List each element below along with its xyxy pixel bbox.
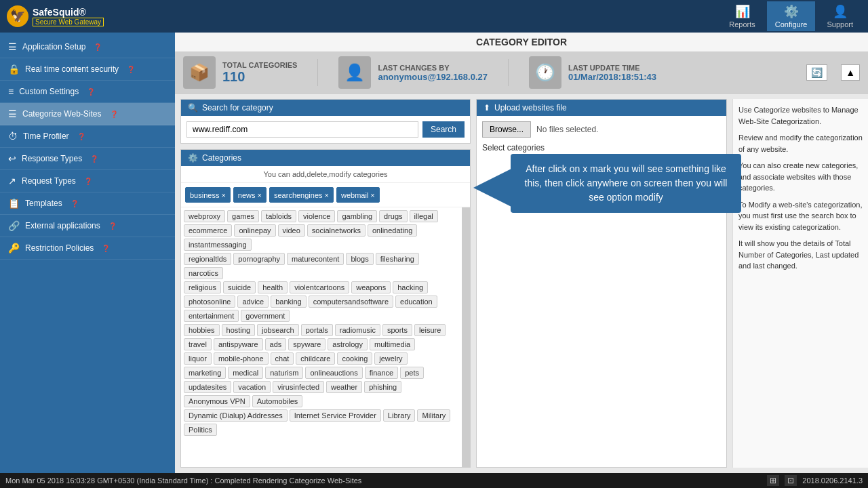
category-tag-automobiles[interactable]: Automobiles: [252, 395, 303, 407]
status-icon-btn-1[interactable]: ⊞: [767, 475, 779, 486]
category-tag-illegal[interactable]: illegal: [410, 210, 438, 222]
selected-tag-webmail[interactable]: webmail ×: [336, 187, 380, 203]
category-tag-radiomusic[interactable]: radiomusic: [335, 324, 380, 336]
sidebar-item-categorize-websites[interactable]: ☰ Categorize Web-Sites ❓: [0, 103, 175, 125]
category-tag-childcare[interactable]: childcare: [296, 352, 335, 365]
browse-button[interactable]: Browse...: [482, 121, 531, 138]
category-tag-filesharing[interactable]: filesharing: [376, 253, 419, 265]
category-tag-video[interactable]: video: [278, 224, 305, 237]
sidebar-item-external-apps[interactable]: 🔗 External applications ❓: [0, 215, 175, 237]
category-tag-travel[interactable]: travel: [184, 338, 212, 350]
category-tag-politics[interactable]: Politics: [184, 424, 217, 436]
category-tag-portals[interactable]: portals: [301, 324, 333, 336]
category-tag-maturecontent[interactable]: maturecontent: [287, 253, 344, 265]
categories-header-icon: ⚙️: [188, 153, 198, 163]
category-tag-health[interactable]: health: [258, 281, 288, 293]
category-tag-cooking[interactable]: cooking: [337, 352, 372, 365]
refresh-button[interactable]: 🔄: [806, 64, 827, 81]
category-tag-weapons[interactable]: weapons: [351, 281, 391, 293]
sidebar-item-application-setup[interactable]: ☰ Application Setup ❓: [0, 36, 175, 58]
category-tag-blogs[interactable]: blogs: [346, 253, 373, 265]
category-tag-pets[interactable]: pets: [400, 367, 424, 379]
category-tag-marketing[interactable]: marketing: [184, 367, 226, 379]
sidebar-item-custom-settings[interactable]: ≡ Custom Settings ❓: [0, 81, 175, 103]
category-tag-hacking[interactable]: hacking: [393, 281, 428, 293]
category-tag-multimedia[interactable]: multimedia: [370, 338, 415, 350]
category-tag-jewelry[interactable]: jewelry: [374, 352, 407, 365]
remove-tag-webmail[interactable]: ×: [370, 191, 374, 199]
sidebar-item-templates[interactable]: 📋 Templates ❓: [0, 192, 175, 215]
remove-tag-news[interactable]: ×: [258, 191, 262, 199]
category-tag-advice[interactable]: advice: [237, 296, 269, 308]
selected-tag-business[interactable]: business ×: [185, 187, 231, 203]
category-tag-liquor[interactable]: liquor: [184, 352, 212, 365]
reports-button[interactable]: 📊 Reports: [721, 1, 764, 31]
category-tag-religious[interactable]: religious: [184, 281, 221, 293]
category-tag-regionaltlds[interactable]: regionaltlds: [184, 253, 231, 265]
search-button[interactable]: Search: [422, 121, 465, 138]
category-tag-computersandsoftware[interactable]: computersandsoftware: [309, 296, 393, 308]
category-tag-webproxy[interactable]: webproxy: [184, 210, 225, 222]
category-tag-virusinfected[interactable]: virusinfected: [273, 381, 324, 393]
category-tag-hobbies[interactable]: hobbies: [184, 324, 220, 336]
category-tag-suicide[interactable]: suicide: [223, 281, 256, 293]
sidebar-item-response-types[interactable]: ↩ Response Types ❓: [0, 148, 175, 170]
status-icon-btn-2[interactable]: ⊡: [785, 475, 797, 486]
category-tag-naturism[interactable]: naturism: [265, 367, 303, 379]
category-tag-anonymous-vpn[interactable]: Anonymous VPN: [184, 395, 250, 407]
sidebar-item-request-types[interactable]: ↗ Request Types ❓: [0, 170, 175, 192]
category-tag-military[interactable]: Military: [417, 409, 450, 422]
category-tag-socialnetworks[interactable]: socialnetworks: [307, 224, 366, 237]
category-tag-ads[interactable]: ads: [265, 338, 287, 350]
category-tag-spyware[interactable]: spyware: [288, 338, 326, 350]
category-tag-sports[interactable]: sports: [382, 324, 412, 336]
sidebar-item-realtime-security[interactable]: 🔒 Real time content security ❓: [0, 58, 175, 81]
category-tag-education[interactable]: education: [395, 296, 437, 308]
category-tag-pornography[interactable]: pornography: [233, 253, 285, 265]
category-tag-violentcartoons[interactable]: violentcartoons: [290, 281, 349, 293]
category-tag-tabloids[interactable]: tabloids: [261, 210, 296, 222]
category-tag-photosonline[interactable]: photosonline: [184, 296, 235, 308]
category-tag-onlineauctions[interactable]: onlineauctions: [305, 367, 362, 379]
category-tag-leisure[interactable]: leisure: [414, 324, 446, 336]
category-tag-narcotics[interactable]: narcotics: [184, 267, 223, 279]
selected-tag-news[interactable]: news ×: [233, 187, 267, 203]
sidebar-item-time-profiler[interactable]: ⏱ Time Profiler ❓: [0, 125, 175, 148]
category-tag-drugs[interactable]: drugs: [379, 210, 408, 222]
category-tag-chat[interactable]: chat: [271, 352, 294, 365]
category-tag-weather[interactable]: weather: [326, 381, 362, 393]
category-tag-violence[interactable]: violence: [298, 210, 335, 222]
category-tag-internet-service-provider[interactable]: Internet Service Provider: [290, 409, 381, 422]
category-tag-onlinedating[interactable]: onlinedating: [368, 224, 417, 237]
category-tag-finance[interactable]: finance: [365, 367, 398, 379]
remove-tag-searchengines[interactable]: ×: [325, 191, 329, 199]
category-tag-vacation[interactable]: vacation: [233, 381, 271, 393]
category-tag-dynamic-(dialup)-addresses[interactable]: Dynamic (Dialup) Addresses: [184, 409, 288, 422]
scroll-bar[interactable]: [462, 207, 470, 467]
category-tag-instantmessaging[interactable]: instantmessaging: [184, 239, 252, 251]
category-tag-gambling[interactable]: gambling: [337, 210, 377, 222]
search-input[interactable]: [186, 121, 418, 138]
category-tag-jobsearch[interactable]: jobsearch: [257, 324, 299, 336]
category-tag-antispyware[interactable]: antispyware: [214, 338, 263, 350]
category-tag-onlinepay[interactable]: onlinepay: [234, 224, 275, 237]
category-tag-hosting[interactable]: hosting: [222, 324, 255, 336]
support-button[interactable]: 👤 Support: [818, 1, 861, 31]
category-tag-government[interactable]: government: [241, 310, 290, 322]
category-tag-updatesites[interactable]: updatesites: [184, 381, 231, 393]
sidebar-item-restriction-policies[interactable]: 🔑 Restriction Policies ❓: [0, 237, 175, 260]
category-tag-medical[interactable]: medical: [228, 367, 263, 379]
remove-tag-business[interactable]: ×: [221, 191, 225, 199]
category-tag-entertainment[interactable]: entertainment: [184, 310, 239, 322]
category-tag-banking[interactable]: banking: [271, 296, 307, 308]
category-tag-library[interactable]: Library: [383, 409, 416, 422]
collapse-button[interactable]: ▲: [841, 64, 860, 81]
selected-tag-searchengines[interactable]: searchengines ×: [269, 187, 334, 203]
category-tag-games[interactable]: games: [227, 210, 259, 222]
category-tag-mobile-phone[interactable]: mobile-phone: [214, 352, 269, 365]
category-tag-phishing[interactable]: phishing: [364, 381, 401, 393]
category-list-scroll[interactable]: webproxygamestabloidsviolencegamblingdru…: [181, 207, 470, 467]
category-tag-ecommerce[interactable]: ecommerce: [184, 224, 232, 237]
configure-button[interactable]: ⚙️ Configure: [767, 1, 816, 31]
category-tag-astrology[interactable]: astrology: [328, 338, 368, 350]
